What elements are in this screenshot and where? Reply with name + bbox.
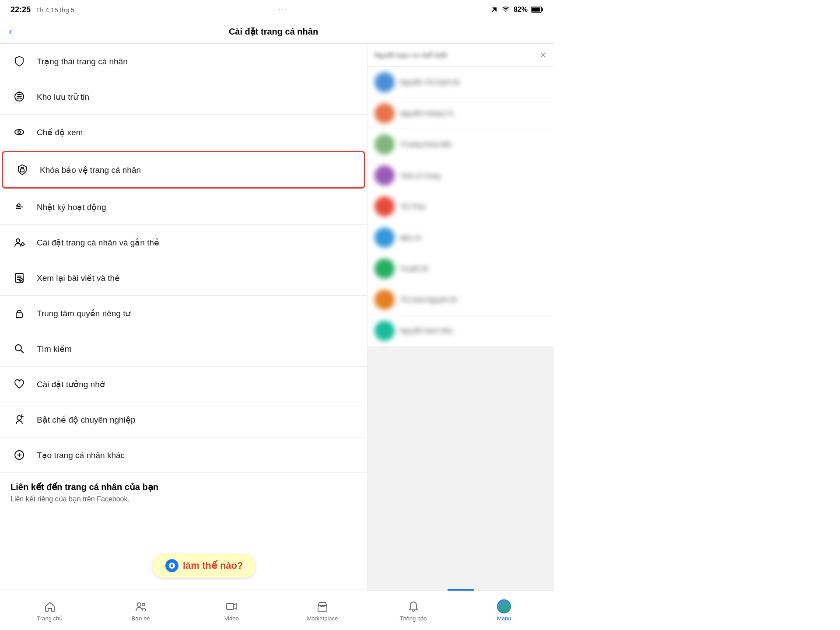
settings-list: Trạng thái trang cá nhân Kho lưu trữ tin (0, 44, 368, 591)
settings-item-che-do-xem[interactable]: Chế độ xem (0, 115, 367, 150)
contact-item[interactable]: Thị Thúy (368, 191, 554, 222)
contact-name: Thái Lê Trang (400, 172, 441, 179)
settings-item-xem-lai[interactable]: Xem lại bài viết và thẻ (0, 260, 367, 296)
tab-bar: Trang chủ Bạn bè Video (0, 591, 554, 630)
tab-marketplace-label: Marketplace (307, 615, 338, 622)
settings-item-chuyen-nghiep[interactable]: Bật chế độ chuyên nghiệp (0, 402, 367, 438)
contact-avatar (374, 228, 395, 248)
settings-item-tuong-nho[interactable]: Cài đặt tưởng nhớ (0, 367, 367, 402)
tab-notifications-label: Thông báo (399, 615, 427, 622)
svg-rect-1 (542, 8, 543, 11)
svg-point-6 (18, 131, 21, 133)
tab-marketplace[interactable]: Marketplace (277, 596, 368, 625)
contact-item[interactable]: Mèo Út (368, 222, 554, 253)
add-circle-icon (10, 446, 28, 464)
tab-video[interactable]: Video (186, 596, 277, 625)
review-icon (10, 269, 28, 287)
contact-item[interactable]: Thị Hoài Nguyên Bì (368, 284, 554, 315)
settings-item-cai-dat-gan-the[interactable]: Cài đặt trang cá nhân và gắn thẻ (0, 225, 367, 260)
status-bar: 22:25 Th 4 15 thg 5 ··· 82% (0, 0, 554, 19)
eye-icon (10, 123, 28, 141)
status-indicators: 82% (491, 6, 543, 14)
settings-item-tao-trang[interactable]: Tạo trang cá nhân khác (0, 438, 367, 473)
right-panel-title: Người bạn có thể biết (374, 51, 447, 60)
contact-item[interactable]: Nguyễn Thị Hạnh Bì (368, 67, 554, 98)
professional-icon (10, 411, 28, 428)
watermark-text: làm thế nào? (183, 560, 243, 571)
svg-point-12 (16, 239, 20, 242)
scroll-indicator (448, 589, 474, 591)
settings-item-khoa-bao-ve[interactable]: Khóa bảo vệ trang cá nhân (2, 151, 365, 189)
settings-item-label: Cài đặt tưởng nhớ (37, 379, 105, 389)
settings-item-label: Tạo trang cá nhân khác (37, 450, 125, 460)
svg-point-25 (137, 603, 141, 606)
contact-name: Thị Hoài Nguyên Bì (400, 296, 457, 304)
contact-item[interactable]: Nguyễn Hoàng Tú (368, 98, 554, 129)
contact-avatar (374, 165, 395, 186)
tab-friends[interactable]: Bạn bè (95, 596, 186, 625)
contact-name: Thị Thúy (400, 203, 426, 210)
svg-point-26 (142, 603, 145, 606)
contact-avatar (374, 196, 395, 217)
svg-line-18 (21, 350, 24, 353)
tab-friends-label: Bạn bè (132, 615, 150, 622)
settings-item-label: Trung tâm quyền riêng tư (37, 308, 130, 318)
svg-point-3 (15, 92, 24, 101)
contact-item[interactable]: Thái Lê Trang (368, 160, 554, 191)
contact-item[interactable]: Trương Khoa Bắc (368, 129, 554, 160)
contact-name: Mèo Út (400, 234, 421, 242)
svg-point-17 (15, 345, 21, 351)
video-icon (224, 599, 238, 613)
svg-rect-16 (16, 313, 22, 318)
tab-menu-label: Menu (497, 615, 511, 622)
contact-item[interactable]: Truyền Bì (368, 253, 554, 284)
wifi-icon (501, 6, 510, 13)
contact-item[interactable]: Nguyễn Nam Nhà (368, 315, 554, 346)
contact-avatar (374, 259, 395, 279)
status-date: Th 4 15 thg 5 (36, 6, 74, 14)
settings-item-label: Trạng thái trang cá nhân (37, 56, 128, 66)
main-layout: Trạng thái trang cá nhân Kho lưu trữ tin (0, 44, 554, 591)
lock-shield-icon (14, 161, 31, 178)
home-icon (43, 599, 57, 613)
settings-item-quyen-rieng-tu[interactable]: Trung tâm quyền riêng tư (0, 296, 367, 331)
right-panel: Người bạn có thể biết ✕ Nguyễn Thị Hạnh … (368, 44, 554, 591)
footer-link-title: Liên kết đến trang cá nhân của bạn (10, 482, 357, 492)
footer-link-section: Liên kết đến trang cá nhân của bạn Liên … (0, 473, 367, 508)
contact-avatar (374, 103, 395, 123)
settings-item-label: Bật chế độ chuyên nghiệp (37, 415, 135, 425)
contacts-list: Nguyễn Thị Hạnh BìNguyễn Hoàng TúTrương … (368, 67, 554, 589)
right-panel-header: Người bạn có thể biết ✕ (368, 44, 554, 67)
lock-icon (10, 304, 28, 322)
watermark-overlay: làm thế nào? (153, 554, 255, 578)
settings-item-label: Chế độ xem (37, 127, 83, 137)
tab-notifications[interactable]: Thông báo (368, 596, 459, 625)
svg-point-5 (15, 130, 24, 135)
svg-point-24 (171, 564, 173, 567)
menu-avatar (497, 599, 511, 613)
svg-rect-2 (532, 8, 540, 12)
page-header: ‹ Cài đặt trang cá nhân (0, 19, 554, 44)
page-title: Cài đặt trang cá nhân (19, 26, 528, 37)
back-button[interactable]: ‹ (9, 25, 12, 38)
settings-item-label: Xem lại bài viết và thẻ (37, 273, 120, 283)
tab-home[interactable]: Trang chủ (4, 596, 95, 625)
settings-item-label: Khóa bảo vệ trang cá nhân (40, 165, 141, 175)
svg-point-4 (18, 91, 20, 93)
location-icon (491, 6, 498, 13)
settings-item-label: Kho lưu trữ tin (37, 92, 89, 102)
settings-item-tim-kiem[interactable]: Tìm kiếm (0, 331, 367, 367)
settings-item-trang-thai[interactable]: Trạng thái trang cá nhân (0, 44, 367, 79)
contact-name: Trương Khoa Bắc (400, 140, 452, 148)
watermark-icon (165, 559, 178, 572)
contact-name: Truyền Bì (400, 265, 428, 273)
contact-avatar (374, 134, 395, 154)
friends-icon (134, 599, 148, 613)
settings-item-kho-luu-tru[interactable]: Kho lưu trữ tin (0, 79, 367, 115)
settings-item-nhat-ky[interactable]: Nhật ký hoạt động (0, 189, 367, 225)
shield-icon (10, 52, 28, 70)
tab-menu[interactable]: Menu (458, 596, 550, 625)
settings-item-label: Cài đặt trang cá nhân và gắn thẻ (37, 238, 159, 248)
svg-rect-7 (21, 169, 24, 172)
close-icon[interactable]: ✕ (539, 50, 547, 60)
